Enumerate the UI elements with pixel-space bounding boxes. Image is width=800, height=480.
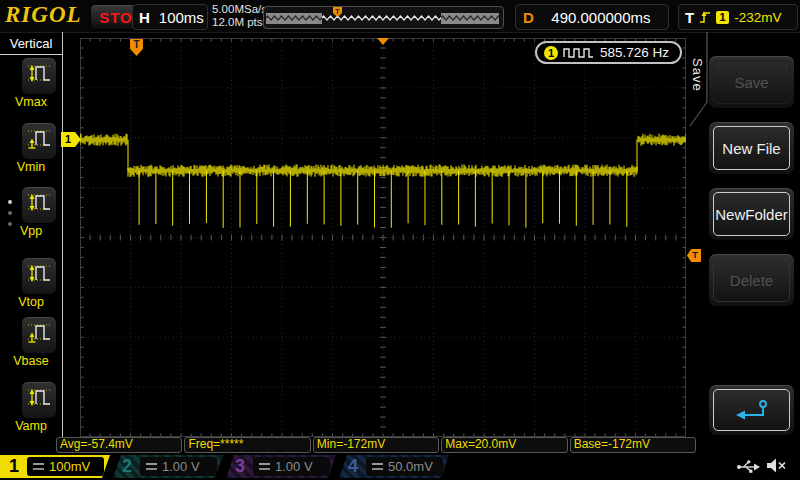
sidebar-item-vmin[interactable] <box>21 122 57 160</box>
trigger-label: T <box>685 9 694 26</box>
memory-preview-graphic: T <box>264 7 501 26</box>
horizontal-timebase-box[interactable]: H 100ms <box>132 4 208 30</box>
page-dot-1 <box>8 200 12 204</box>
channel-4-scale: 50.0mV <box>388 459 433 474</box>
counter-frequency-value: 585.726 Hz <box>600 45 669 60</box>
sidebar-item-vamp-label: Vamp <box>0 419 62 433</box>
measurement-avg: Avg=-57.4mV <box>56 437 182 453</box>
channel-1-scale: 100mV <box>49 459 90 474</box>
menu-button-save[interactable]: Save <box>708 55 795 109</box>
trigger-source-badge: 1 <box>716 11 729 24</box>
horizontal-delay-box[interactable]: D 490.000000ms <box>515 4 669 30</box>
channel-3-scale: 1.00 V <box>275 459 313 474</box>
channel-2-block[interactable]: 2 1.00 V <box>113 455 223 478</box>
sidebar-item-vmin-label: Vmin <box>0 160 62 174</box>
measurement-freq: Freq=***** <box>184 437 310 453</box>
ch1-position-marker[interactable]: 1 <box>61 132 81 147</box>
channel-4-number: 4 <box>348 456 358 477</box>
channel-3-number: 3 <box>235 456 245 477</box>
pulse-train-icon <box>563 47 595 59</box>
menu-button-new-file[interactable]: New File <box>708 121 795 175</box>
vpp-icon <box>25 191 53 219</box>
return-arrow-icon <box>734 398 770 422</box>
trigger-level-value: -232mV <box>734 10 781 25</box>
sidebar-item-vtop-label: Vtop <box>0 295 62 309</box>
menu-button-delete[interactable]: Delete <box>708 253 795 307</box>
sidebar-item-vbase[interactable] <box>21 316 57 354</box>
waveform-memory-preview[interactable]: T <box>263 6 504 29</box>
channel-1-scale-box: 100mV <box>27 457 104 476</box>
vmin-icon <box>25 127 53 155</box>
sidebar-item-vmax[interactable] <box>21 57 57 95</box>
horizontal-label: H <box>139 9 150 26</box>
channel-3-block[interactable]: 3 1.00 V <box>226 455 336 478</box>
svg-text:T: T <box>335 8 340 15</box>
ch1-waveform <box>80 38 686 437</box>
page-dot-3 <box>8 222 12 226</box>
channel-1-block[interactable]: 1 100mV <box>0 455 110 478</box>
acquisition-info: 5.00MSa/s 12.0M pts <box>212 3 267 29</box>
delay-value: 490.000000ms <box>534 9 668 26</box>
sidebar-item-vpp-label: Vpp <box>0 224 62 238</box>
channel-4-block[interactable]: 4 50.0mV <box>339 455 449 478</box>
menu-button-back[interactable] <box>708 384 795 436</box>
dc-coupling-icon <box>259 463 270 470</box>
frequency-counter-badge: 1 585.726 Hz <box>535 41 682 64</box>
sidebar-divider <box>62 32 63 453</box>
sidebar-item-vmax-label: Vmax <box>0 95 62 109</box>
sidebar-item-vtop[interactable] <box>21 257 57 295</box>
rising-slope-icon <box>698 9 712 25</box>
measurement-max: Max=20.0mV <box>441 437 567 453</box>
top-status-bar: RIGOL STOP H 100ms 5.00MSa/s 12.0M pts T… <box>0 0 800 33</box>
sidebar-item-vamp[interactable] <box>21 381 57 419</box>
measurement-min: Min=-172mV <box>313 437 439 453</box>
dc-coupling-icon <box>146 463 157 470</box>
sidebar-item-vpp[interactable] <box>21 186 57 224</box>
menu-button-new-folder[interactable]: NewFolder <box>708 187 795 241</box>
sidebar-title: Vertical <box>0 36 62 55</box>
trigger-level-marker[interactable]: T <box>687 249 701 262</box>
vmax-icon <box>25 62 53 90</box>
trigger-info-box[interactable]: T 1 -232mV <box>678 4 798 30</box>
vtop-icon <box>25 262 53 290</box>
speaker-muted-icon <box>766 457 788 475</box>
sample-rate: 5.00MSa/s <box>212 3 267 16</box>
channel-2-scale: 1.00 V <box>162 459 200 474</box>
vbase-icon <box>25 321 53 349</box>
channel-4-scale-box: 50.0mV <box>366 457 443 476</box>
measurement-status-bar: Avg=-57.4mV Freq=***** Min=-172mV Max=20… <box>56 437 696 453</box>
usb-icon <box>736 458 761 475</box>
dc-coupling-icon <box>372 463 383 470</box>
channel-bar: 1 100mV 2 1.00 V 3 1.00 V 4 50.0mV <box>0 454 800 480</box>
page-dot-2 <box>8 211 12 215</box>
measurement-base: Base=-172mV <box>570 437 696 453</box>
sidebar-item-vbase-label: Vbase <box>0 354 62 368</box>
oscilloscope-screen: RIGOL STOP H 100ms 5.00MSa/s 12.0M pts T… <box>0 0 800 480</box>
rigol-logo: RIGOL <box>5 2 82 28</box>
channel-2-scale-box: 1.00 V <box>140 457 217 476</box>
timebase-value: 100ms <box>159 9 204 26</box>
trigger-center-indicator <box>377 38 389 45</box>
menu-tab-save: Save <box>690 58 705 92</box>
channel-1-number: 1 <box>9 456 19 477</box>
delay-label: D <box>523 9 534 26</box>
channel-3-scale-box: 1.00 V <box>253 457 330 476</box>
memory-depth: 12.0M pts <box>212 16 267 29</box>
vamp-icon <box>25 386 53 414</box>
channel-2-number: 2 <box>122 456 132 477</box>
counter-source-badge: 1 <box>544 46 558 60</box>
graticule <box>80 38 686 437</box>
dc-coupling-icon <box>33 463 44 470</box>
